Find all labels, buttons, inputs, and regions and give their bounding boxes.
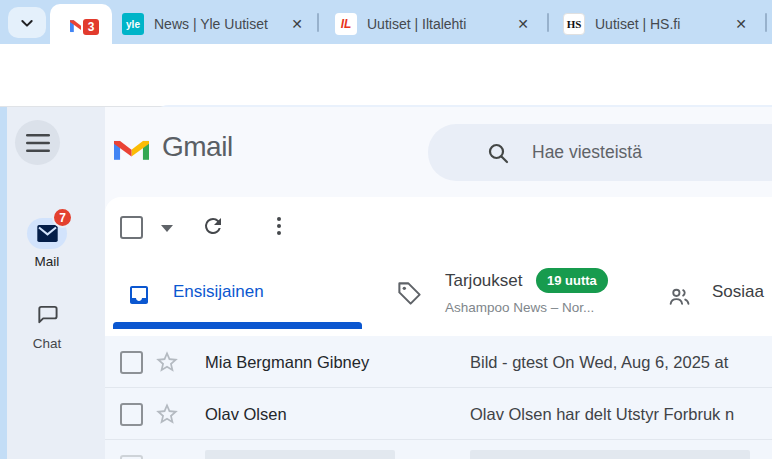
row-checkbox[interactable] <box>120 351 143 374</box>
star-icon[interactable] <box>154 401 180 427</box>
row-checkbox[interactable] <box>120 455 143 459</box>
browser-window: 3 yle News | Yle Uutiset ✕ IL Uutiset | … <box>0 0 772 459</box>
main-menu-button[interactable] <box>15 120 60 165</box>
close-icon[interactable]: ✕ <box>287 15 307 33</box>
mail-icon <box>37 225 58 242</box>
sidebar-label-chat[interactable]: Chat <box>7 336 87 351</box>
gmail-left-rail: 7 Mail Chat <box>7 107 105 459</box>
active-tab-underline <box>113 322 362 329</box>
tab-notification-badge: 3 <box>81 17 101 37</box>
email-snippet: Olav Olsen har delt Utstyr Forbruk n <box>470 405 734 424</box>
email-row[interactable]: Mia Bergmann Gibney Bild - gtest On Wed,… <box>105 336 772 388</box>
tab-separator <box>317 13 319 32</box>
tab-search-button[interactable] <box>8 7 46 38</box>
search-placeholder: Hae viesteistä <box>532 142 642 163</box>
tab-sosiaalinen[interactable]: Sosiaa <box>712 282 764 302</box>
hs-favicon: HS <box>563 13 585 35</box>
select-dropdown-caret[interactable] <box>161 225 173 232</box>
new-count-badge: 19 uutta <box>536 268 608 293</box>
tab-gmail[interactable]: 3 <box>50 4 112 44</box>
window-edge <box>0 107 7 459</box>
star-icon[interactable] <box>154 349 180 375</box>
more-options-icon[interactable] <box>267 214 291 238</box>
tab-separator <box>547 13 549 32</box>
yle-favicon: yle <box>122 13 144 35</box>
refresh-icon[interactable] <box>201 214 225 238</box>
chevron-down-icon <box>19 15 35 31</box>
row-checkbox[interactable] <box>120 403 143 426</box>
email-snippet: Bild - gtest On Wed, Aug 6, 2025 at <box>470 353 728 372</box>
search-icon <box>486 141 510 165</box>
browser-tab-strip: 3 yle News | Yle Uutiset ✕ IL Uutiset | … <box>0 0 772 44</box>
tab-tarjoukset[interactable]: Tarjoukset <box>445 271 522 291</box>
tab-title: Uutiset | HS.fi <box>595 16 721 32</box>
tab-tarjoukset-preview: Ashampoo News – Nor... <box>445 300 594 315</box>
email-row[interactable]: Olav Olsen Olav Olsen har delt Utstyr Fo… <box>105 388 772 440</box>
email-list: Mia Bergmann Gibney Bild - gtest On Wed,… <box>105 336 772 459</box>
email-row-partial[interactable] <box>105 440 772 459</box>
search-input[interactable]: Hae viesteistä <box>428 124 772 181</box>
sidebar-label-mail[interactable]: Mail <box>7 254 87 269</box>
email-sender: Mia Bergmann Gibney <box>205 353 369 372</box>
email-sender: Olav Olsen <box>205 405 287 424</box>
people-icon <box>666 284 693 309</box>
inbox-icon <box>127 283 151 307</box>
tab-ensisijainen[interactable]: Ensisijainen <box>173 282 264 302</box>
gmail-app: 7 Mail Chat Gmail <box>0 107 772 459</box>
close-icon[interactable]: ✕ <box>513 15 533 33</box>
email-snippet <box>470 450 750 459</box>
tab-hs-fi[interactable]: HS Uutiset | HS.fi ✕ <box>553 4 761 44</box>
mail-unread-badge: 7 <box>52 207 73 228</box>
tab-title: News | Yle Uutiset <box>154 16 277 32</box>
select-all-checkbox[interactable] <box>120 216 143 239</box>
gmail-logo: Gmail <box>114 131 233 163</box>
mail-list-card: Ensisijainen Tarjoukset 19 uutta Ashampo… <box>105 197 772 459</box>
hamburger-icon <box>26 134 50 152</box>
iltalehti-favicon: IL <box>335 13 357 35</box>
email-sender <box>205 450 395 459</box>
tag-icon <box>396 280 423 307</box>
chat-icon[interactable] <box>35 303 59 326</box>
tab-iltalehti[interactable]: IL Uutiset | Iltalehti ✕ <box>325 4 543 44</box>
gmail-logo-text: Gmail <box>162 131 233 163</box>
tab-title: Uutiset | Iltalehti <box>367 16 503 32</box>
close-icon[interactable]: ✕ <box>731 15 751 33</box>
gmail-main: Gmail Hae viesteistä Ensisijainen <box>105 107 772 459</box>
gmail-m-icon <box>114 134 149 160</box>
sidebar-item-mail[interactable]: 7 <box>27 218 67 249</box>
browser-toolbar: mail.google.com/mail/u/0/#inbox <box>0 44 772 107</box>
tab-separator <box>765 13 767 32</box>
category-tabs: Ensisijainen Tarjoukset 19 uutta Ashampo… <box>105 255 772 336</box>
tab-yle-uutiset[interactable]: yle News | Yle Uutiset ✕ <box>112 4 317 44</box>
